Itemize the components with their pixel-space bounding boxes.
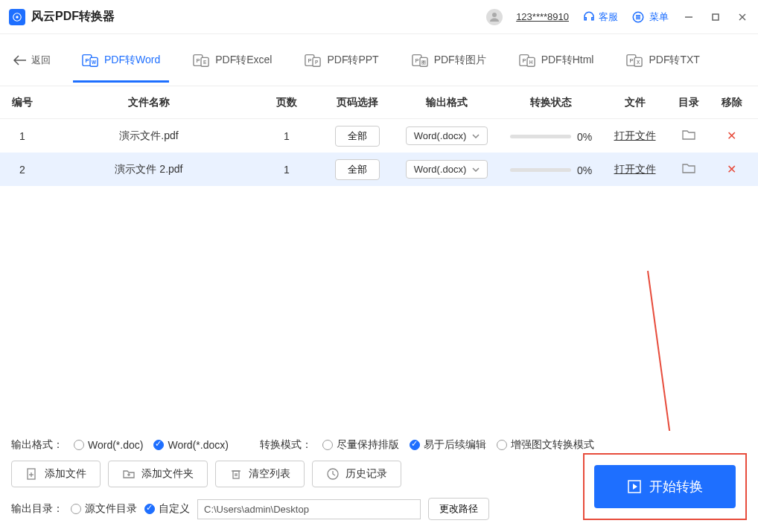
- tab-pdf转word[interactable]: PWPDF转Word: [73, 39, 169, 82]
- svg-line-35: [648, 271, 672, 446]
- tab-nav: 返回 PWPDF转WordPEPDF转ExcelPPPDF转PPTP图PDF转图…: [0, 34, 758, 86]
- chevron-down-icon: [472, 134, 480, 138]
- row-filename: 演示文件 2.pdf: [45, 163, 253, 176]
- tab-pdf转ppt[interactable]: PPPDF转PPT: [296, 39, 387, 82]
- tab-pdf转html[interactable]: PHPDF转Html: [510, 39, 603, 82]
- svg-text:H: H: [529, 59, 532, 64]
- col-format: 输出格式: [395, 96, 499, 109]
- table-row: 1 演示文件.pdf 1 全部 Word(.docx) 0% 打开文件 ✕: [0, 119, 758, 153]
- page-select-button[interactable]: 全部: [335, 159, 380, 180]
- page-select-button[interactable]: 全部: [335, 126, 380, 147]
- titlebar: 风云PDF转换器 123****8910 客服 菜单: [0, 0, 758, 34]
- bottom-panel: 输出格式： Word(*.doc) Word(*.docx) 转换模式： 尽量保…: [0, 431, 758, 532]
- user-id[interactable]: 123****8910: [516, 11, 569, 22]
- col-dir: 目录: [666, 96, 711, 109]
- radio-custom-dir[interactable]: 自定义: [144, 502, 190, 516]
- svg-text:P: P: [85, 57, 89, 63]
- back-button[interactable]: 返回: [13, 54, 51, 67]
- close-button[interactable]: [736, 10, 749, 24]
- app-title: 风云PDF转换器: [31, 9, 115, 25]
- svg-text:P: P: [308, 57, 312, 63]
- arrow-left-icon: [13, 55, 27, 65]
- progress-status: 0%: [510, 131, 592, 143]
- app-logo-icon: [9, 9, 25, 25]
- convert-mode-label: 转换模式：: [260, 438, 312, 452]
- open-folder-button[interactable]: [682, 131, 695, 143]
- svg-text:X: X: [637, 59, 640, 64]
- radio-doc[interactable]: Word(*.doc): [74, 439, 143, 451]
- pdf-convert-icon: PP: [305, 52, 321, 68]
- svg-text:P: P: [522, 57, 526, 63]
- pdf-convert-icon: PH: [519, 52, 535, 68]
- row-idx: 1: [0, 130, 45, 142]
- folder-icon: [682, 129, 695, 141]
- col-name: 文件名称: [45, 96, 253, 109]
- svg-rect-8: [713, 14, 719, 20]
- path-input[interactable]: [197, 499, 421, 519]
- svg-rect-41: [233, 471, 239, 478]
- folder-icon: [682, 162, 695, 174]
- menu-icon: [631, 10, 645, 24]
- col-status: 转换状态: [499, 96, 603, 109]
- progress-status: 0%: [510, 164, 592, 176]
- maximize-button[interactable]: [709, 10, 722, 24]
- svg-text:W: W: [92, 59, 97, 64]
- radio-keep-layout[interactable]: 尽量保持排版: [322, 438, 399, 452]
- tab-pdf转excel[interactable]: PEPDF转Excel: [184, 39, 281, 82]
- open-file-link[interactable]: 打开文件: [614, 129, 656, 141]
- svg-text:P: P: [197, 57, 200, 63]
- format-select[interactable]: Word(.docx): [406, 126, 488, 145]
- pdf-convert-icon: PW: [82, 52, 98, 68]
- col-file: 文件: [603, 96, 666, 109]
- output-format-label: 输出格式：: [11, 438, 63, 452]
- menu-link[interactable]: 菜单: [631, 10, 669, 24]
- table-row: 2 演示文件 2.pdf 1 全部 Word(.docx) 0% 打开文件 ✕: [0, 153, 758, 186]
- add-folder-icon: [122, 467, 136, 481]
- support-link[interactable]: 客服: [582, 10, 618, 24]
- play-icon: [627, 479, 642, 494]
- radio-source-dir[interactable]: 源文件目录: [71, 502, 137, 516]
- row-pages: 1: [253, 164, 320, 176]
- radio-docx[interactable]: Word(*.docx): [153, 439, 228, 451]
- col-del: 移除: [711, 96, 752, 109]
- remove-button[interactable]: ✕: [727, 163, 736, 176]
- add-folder-button[interactable]: 添加文件夹: [108, 461, 208, 487]
- svg-text:图: 图: [421, 59, 426, 64]
- pdf-convert-icon: PE: [193, 52, 209, 68]
- start-box-highlight: 开始转换: [583, 453, 747, 520]
- tab-pdf转图片[interactable]: P图PDF转图片: [403, 39, 495, 82]
- pdf-convert-icon: PX: [626, 52, 643, 68]
- avatar-icon[interactable]: [486, 9, 503, 25]
- row-filename: 演示文件.pdf: [45, 129, 253, 143]
- svg-point-1: [16, 16, 19, 19]
- minimize-button[interactable]: [682, 10, 695, 24]
- col-idx: 编号: [0, 96, 45, 109]
- svg-text:P: P: [630, 57, 634, 63]
- chevron-down-icon: [472, 167, 480, 172]
- headset-icon: [582, 10, 596, 24]
- svg-text:P: P: [415, 57, 418, 63]
- svg-text:P: P: [315, 59, 319, 64]
- add-file-button[interactable]: 添加文件: [11, 461, 101, 487]
- svg-point-2: [492, 13, 497, 17]
- trash-icon: [229, 467, 243, 481]
- format-select[interactable]: Word(.docx): [406, 160, 488, 179]
- svg-text:E: E: [203, 59, 207, 64]
- remove-button[interactable]: ✕: [727, 129, 736, 142]
- output-dir-label: 输出目录：: [11, 502, 63, 516]
- col-pages: 页数: [253, 96, 320, 109]
- radio-easy-edit[interactable]: 易于后续编辑: [410, 438, 486, 452]
- history-button[interactable]: 历史记录: [312, 461, 401, 487]
- start-convert-button[interactable]: 开始转换: [594, 465, 736, 508]
- add-file-icon: [25, 467, 39, 481]
- pdf-convert-icon: P图: [412, 52, 428, 68]
- open-folder-button[interactable]: [682, 164, 695, 176]
- table-header: 编号 文件名称 页数 页码选择 输出格式 转换状态 文件 目录 移除: [0, 86, 758, 119]
- change-path-button[interactable]: 更改路径: [428, 498, 489, 520]
- radio-enhance[interactable]: 增强图文转换模式: [497, 438, 594, 452]
- clear-list-button[interactable]: 清空列表: [215, 461, 305, 487]
- tab-pdf转txt[interactable]: PXPDF转TXT: [617, 39, 708, 82]
- clock-icon: [326, 467, 340, 481]
- row-idx: 2: [0, 164, 45, 176]
- open-file-link[interactable]: 打开文件: [614, 163, 656, 175]
